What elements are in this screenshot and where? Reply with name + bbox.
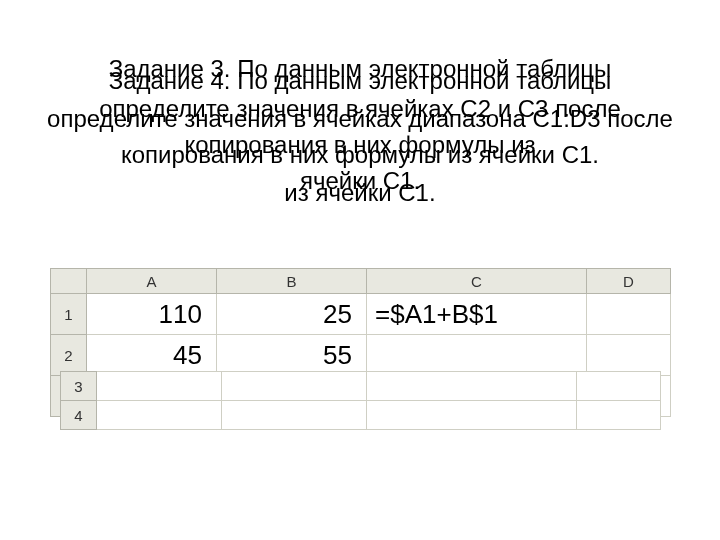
spreadsheet-area: A B C D 1 110 25 =$A1+B$1 2 45 55 3	[50, 268, 670, 417]
task4-line1: Задание 4. По данным электронной таблицы	[0, 67, 720, 95]
col-header-b[interactable]: B	[217, 269, 367, 294]
overlay-cell[interactable]	[367, 401, 577, 430]
cell-b2[interactable]: 55	[217, 335, 367, 376]
col-header-a[interactable]: A	[87, 269, 217, 294]
overlay-cell[interactable]	[577, 401, 661, 430]
overlay-row-3: 3	[61, 372, 661, 401]
overlay-cell[interactable]	[577, 372, 661, 401]
spreadsheet-overlay: 3 4	[60, 371, 661, 430]
cell-d2[interactable]	[587, 335, 671, 376]
overlay-row-header-3[interactable]: 3	[61, 372, 97, 401]
header-row: A B C D	[51, 269, 671, 294]
task4-line3: копирования в них формулы из ячейки С1.	[0, 141, 720, 169]
overlay-cell[interactable]	[367, 372, 577, 401]
overlay-row-header-4[interactable]: 4	[61, 401, 97, 430]
cell-c1[interactable]: =$A1+B$1	[367, 294, 587, 335]
task4-line4: из ячейки С1.	[0, 179, 720, 207]
overlay-cell[interactable]	[222, 401, 367, 430]
select-all-corner[interactable]	[51, 269, 87, 294]
cell-c2[interactable]	[367, 335, 587, 376]
col-header-c[interactable]: C	[367, 269, 587, 294]
overlay-cell[interactable]	[97, 401, 222, 430]
overlay-cell[interactable]	[222, 372, 367, 401]
cell-d1[interactable]	[587, 294, 671, 335]
cell-a2[interactable]: 45	[87, 335, 217, 376]
row-header-2[interactable]: 2	[51, 335, 87, 376]
table-row: 1 110 25 =$A1+B$1	[51, 294, 671, 335]
row-header-1[interactable]: 1	[51, 294, 87, 335]
cell-b1[interactable]: 25	[217, 294, 367, 335]
overlay-row-4: 4	[61, 401, 661, 430]
cell-a1[interactable]: 110	[87, 294, 217, 335]
task4-line2: определите значения в ячейках диапазона …	[0, 105, 720, 133]
table-row: 2 45 55	[51, 335, 671, 376]
col-header-d[interactable]: D	[587, 269, 671, 294]
overlay-cell[interactable]	[97, 372, 222, 401]
